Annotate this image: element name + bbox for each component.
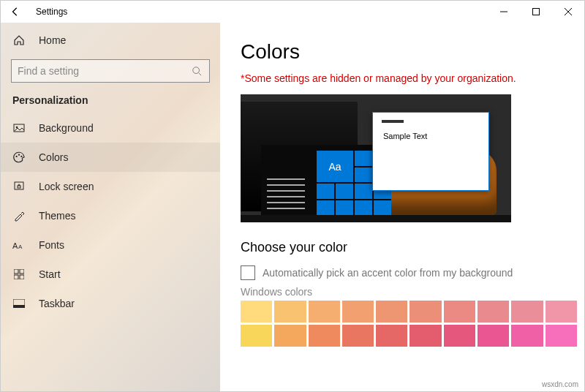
- color-swatch[interactable]: [410, 325, 441, 347]
- svg-rect-17: [14, 275, 18, 279]
- window-title: Settings: [30, 7, 67, 17]
- sidebar-section-title: Personalization: [1, 90, 220, 113]
- color-swatch[interactable]: [241, 301, 272, 323]
- start-icon: [12, 268, 26, 281]
- watermark: wsxdn.com: [542, 380, 578, 388]
- color-swatch[interactable]: [546, 301, 577, 323]
- color-swatch[interactable]: [342, 325, 374, 347]
- color-preview: Aa Sample Text: [241, 94, 511, 222]
- color-swatch[interactable]: [309, 325, 340, 347]
- sidebar-item-label: Colors: [39, 151, 68, 163]
- maximize-icon: [532, 8, 540, 15]
- preview-tile-text: Aa: [317, 151, 353, 182]
- search-box[interactable]: [11, 59, 210, 83]
- color-swatch[interactable]: [444, 325, 475, 347]
- svg-rect-1: [533, 9, 540, 15]
- color-swatch[interactable]: [478, 301, 509, 323]
- arrow-left-icon: [10, 7, 20, 17]
- home-icon: [12, 34, 26, 47]
- svg-point-10: [20, 156, 22, 157]
- choose-color-heading: Choose your color: [241, 240, 564, 255]
- sidebar-item-label: Taskbar: [39, 298, 75, 309]
- color-swatch[interactable]: [511, 301, 543, 323]
- svg-point-8: [16, 156, 18, 157]
- auto-pick-accent-label: Automatically pick an accent color from …: [263, 267, 513, 279]
- sidebar-item-themes[interactable]: Themes: [1, 201, 220, 230]
- sidebar-item-taskbar[interactable]: Taskbar: [1, 289, 220, 318]
- svg-rect-15: [14, 269, 18, 274]
- svg-rect-18: [20, 275, 24, 279]
- svg-rect-12: [18, 186, 20, 188]
- sidebar-item-background[interactable]: Background: [1, 113, 220, 143]
- org-managed-notice: *Some settings are hidden or managed by …: [241, 72, 564, 84]
- lockscreen-icon: [12, 180, 26, 193]
- color-swatches: [241, 301, 577, 347]
- sidebar-item-colors[interactable]: Colors: [1, 143, 220, 172]
- minimize-icon: [500, 8, 507, 15]
- fonts-icon: AA: [12, 238, 26, 252]
- sidebar-item-start[interactable]: Start: [1, 260, 220, 289]
- close-icon: [565, 8, 572, 15]
- page-title: Colors: [241, 40, 564, 64]
- sidebar-item-label: Background: [39, 122, 94, 134]
- color-swatch[interactable]: [274, 325, 306, 347]
- maximize-button[interactable]: [520, 1, 552, 23]
- color-swatch[interactable]: [342, 301, 374, 323]
- minimize-button[interactable]: [488, 1, 520, 23]
- color-swatch[interactable]: [546, 325, 577, 347]
- color-swatch[interactable]: [376, 301, 407, 323]
- main-content: Colors *Some settings are hidden or mana…: [220, 23, 584, 391]
- color-swatch[interactable]: [241, 325, 272, 347]
- color-swatch[interactable]: [444, 301, 475, 323]
- settings-window: Settings Home Personalization: [0, 0, 585, 392]
- svg-rect-20: [13, 305, 25, 308]
- color-swatch[interactable]: [410, 301, 441, 323]
- svg-text:A: A: [12, 241, 18, 250]
- preview-sample-text: Sample Text: [373, 113, 488, 140]
- taskbar-icon: [12, 297, 26, 310]
- sidebar: Home Personalization BackgroundColorsLoc…: [1, 23, 220, 391]
- search-icon: [190, 64, 203, 78]
- color-swatch[interactable]: [309, 301, 340, 323]
- home-label: Home: [39, 34, 66, 46]
- color-swatch[interactable]: [376, 325, 407, 347]
- svg-line-5: [199, 73, 202, 76]
- sidebar-item-label: Themes: [39, 210, 76, 222]
- auto-pick-accent-checkbox[interactable]: [241, 265, 255, 280]
- color-swatch[interactable]: [478, 325, 509, 347]
- color-swatch[interactable]: [511, 325, 543, 347]
- sidebar-item-label: Start: [39, 268, 61, 280]
- svg-point-4: [193, 67, 200, 74]
- titlebar: Settings: [1, 1, 584, 23]
- svg-point-9: [18, 154, 20, 156]
- sidebar-item-label: Fonts: [39, 239, 64, 251]
- sidebar-item-lock-screen[interactable]: Lock screen: [1, 172, 220, 201]
- picture-icon: [12, 121, 26, 135]
- svg-rect-16: [20, 269, 24, 274]
- back-button[interactable]: [1, 7, 30, 17]
- sidebar-item-label: Lock screen: [39, 181, 94, 192]
- windows-colors-label: Windows colors: [241, 286, 564, 298]
- color-swatch[interactable]: [274, 301, 306, 323]
- palette-icon: [12, 151, 26, 164]
- home-nav[interactable]: Home: [1, 26, 220, 55]
- search-input[interactable]: [18, 65, 190, 77]
- close-button[interactable]: [552, 1, 584, 23]
- svg-text:A: A: [18, 244, 23, 250]
- themes-icon: [12, 209, 26, 222]
- sidebar-item-fonts[interactable]: AAFonts: [1, 230, 220, 260]
